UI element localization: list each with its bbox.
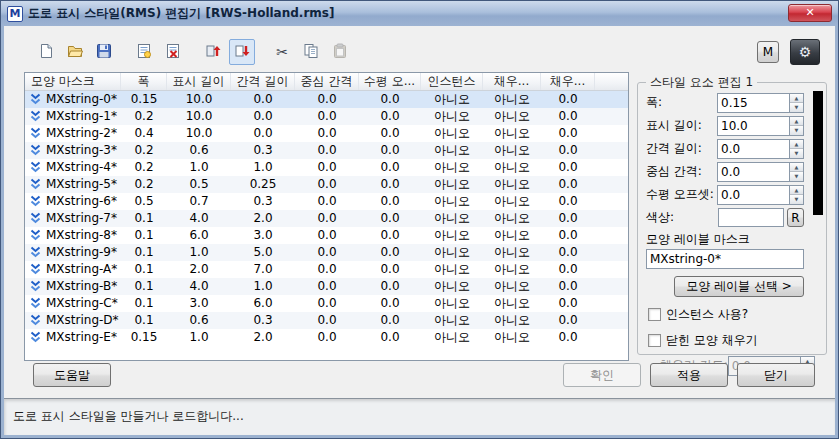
horizontal-offset-cell: 0.0: [359, 159, 421, 176]
blue-double-chevron-icon: [29, 297, 42, 310]
column-header[interactable]: 채우...: [483, 73, 541, 90]
ok-button[interactable]: 확인: [563, 363, 641, 387]
gap-length-cell: 0.3: [231, 193, 295, 210]
apply-button[interactable]: 적용: [650, 363, 728, 387]
column-header[interactable]: 인스턴스: [421, 73, 483, 90]
mask-text: MXstring-E*: [46, 329, 117, 346]
width-cell: 0.1: [121, 278, 167, 295]
add-style-icon: [136, 43, 152, 62]
table-row[interactable]: MXstring-A* 0.1 2.0 7.0 0.0 0.0 아니오 아니오 …: [25, 261, 628, 278]
window-title: 도로 표시 스타일(RMS) 편집기 [RWS-Holland.rms]: [28, 5, 334, 22]
filler-cell: [595, 312, 628, 329]
column-header[interactable]: 표시 길이: [167, 73, 231, 90]
spin-up-icon[interactable]: ▲: [790, 140, 803, 150]
spin-input[interactable]: [717, 93, 789, 113]
title-bar[interactable]: M 도로 표시 스타일(RMS) 편집기 [RWS-Holland.rms] ✕: [1, 1, 838, 26]
column-header[interactable]: 중심 간격: [295, 73, 359, 90]
edit-field-row: 수평 오프셋: ▲ ▼: [646, 185, 804, 204]
select-shape-label-button[interactable]: 모양 레이블 선택 >: [674, 276, 804, 297]
mask-text: MXstring-3*: [46, 142, 117, 159]
table-row[interactable]: MXstring-6* 0.5 0.7 0.3 0.0 0.0 아니오 아니오 …: [25, 193, 628, 210]
delete-style-button[interactable]: [160, 39, 186, 65]
blue-double-chevron-icon: [29, 93, 42, 106]
fill-angle-cell: 0.0: [541, 210, 595, 227]
style-export-button[interactable]: [229, 39, 255, 65]
width-cell: 0.1: [121, 210, 167, 227]
spin-up-icon[interactable]: ▲: [790, 94, 803, 104]
column-header[interactable]: 폭: [121, 73, 167, 90]
display-length-cell: 0.5: [167, 176, 231, 193]
blue-double-chevron-icon: [29, 144, 42, 157]
mask-text: MXstring-2*: [46, 125, 117, 142]
spin-down-icon[interactable]: ▼: [790, 126, 803, 135]
display-length-cell: 0.6: [167, 312, 231, 329]
instance-cell: 아니오: [421, 210, 483, 227]
add-style-button[interactable]: [131, 39, 157, 65]
instance-cell: 아니오: [421, 91, 483, 108]
color-input[interactable]: [718, 208, 784, 227]
table-row[interactable]: MXstring-1* 0.2 10.0 0.0 0.0 0.0 아니오 아니오…: [25, 108, 628, 125]
open-file-button[interactable]: [62, 39, 88, 65]
fill-angle-cell: 0.0: [541, 261, 595, 278]
cut-button[interactable]: ✂: [269, 39, 295, 65]
table-row[interactable]: MXstring-5* 0.2 0.5 0.25 0.0 0.0 아니오 아니오…: [25, 176, 628, 193]
fill-closed-shape-checkbox[interactable]: [648, 334, 661, 347]
style-element-edit-group: 스타일 요소 편집 1 폭: ▲ ▼ 표시 길이: ▲ ▼ 간격 길이: ▲ ▼: [637, 82, 827, 355]
center-gap-cell: 0.0: [295, 227, 359, 244]
spin-up-icon[interactable]: ▲: [790, 117, 803, 127]
column-header[interactable]: 간격 길이: [231, 73, 295, 90]
display-length-cell: 10.0: [167, 108, 231, 125]
gap-length-cell: 1.0: [231, 159, 295, 176]
table-row[interactable]: MXstring-0* 0.15 10.0 0.0 0.0 0.0 아니오 아니…: [25, 91, 628, 108]
spin-input[interactable]: [717, 185, 789, 205]
gap-length-cell: 7.0: [231, 261, 295, 278]
style-import-button[interactable]: [200, 39, 226, 65]
filler-cell: [595, 244, 628, 261]
style-preview-bar: [813, 91, 823, 215]
table-row[interactable]: MXstring-C* 0.1 3.0 6.0 0.0 0.0 아니오 아니오 …: [25, 295, 628, 312]
mask-text: MXstring-8*: [46, 227, 117, 244]
copy-button[interactable]: [298, 39, 324, 65]
column-header[interactable]: 수평 오...: [359, 73, 421, 90]
spin-up-icon[interactable]: ▲: [790, 186, 803, 196]
mask-cell: MXstring-5*: [25, 176, 121, 193]
close-window-button[interactable]: ✕: [788, 4, 832, 22]
spin-down-icon[interactable]: ▼: [790, 149, 803, 158]
table-row[interactable]: MXstring-3* 0.2 0.6 0.3 0.0 0.0 아니오 아니오 …: [25, 142, 628, 159]
spin-control: ▲ ▼: [717, 116, 804, 136]
spin-input[interactable]: [717, 162, 789, 182]
help-button[interactable]: 도움말: [33, 363, 111, 387]
spin-down-icon[interactable]: ▼: [790, 195, 803, 204]
settings-button[interactable]: ⚙: [790, 39, 820, 65]
table-row[interactable]: MXstring-E* 0.15 1.0 2.0 0.0 0.0 아니오 아니오…: [25, 329, 628, 346]
table-row[interactable]: MXstring-D* 0.1 0.6 0.3 0.0 0.0 아니오 아니오 …: [25, 312, 628, 329]
spin-down-icon[interactable]: ▼: [790, 103, 803, 112]
spin-up-icon[interactable]: ▲: [790, 163, 803, 173]
table-row[interactable]: MXstring-2* 0.4 10.0 0.0 0.0 0.0 아니오 아니오…: [25, 125, 628, 142]
close-button[interactable]: 닫기: [737, 363, 815, 387]
instance-checkbox[interactable]: [648, 308, 661, 321]
table-row[interactable]: MXstring-7* 0.1 4.0 2.0 0.0 0.0 아니오 아니오 …: [25, 210, 628, 227]
table-row[interactable]: MXstring-8* 0.1 6.0 3.0 0.0 0.0 아니오 아니오 …: [25, 227, 628, 244]
fill-angle-cell: 0.0: [541, 91, 595, 108]
edit-field-row: 중심 간격: ▲ ▼: [646, 162, 804, 181]
spin-input[interactable]: [717, 139, 789, 159]
new-file-button[interactable]: [33, 39, 59, 65]
instance-cell: 아니오: [421, 108, 483, 125]
column-header[interactable]: 채우...: [541, 73, 595, 90]
center-gap-cell: 0.0: [295, 244, 359, 261]
spin-input[interactable]: [717, 116, 789, 136]
spin-control: ▲ ▼: [717, 93, 804, 113]
paste-button[interactable]: [327, 39, 353, 65]
table-row[interactable]: MXstring-9* 0.1 1.0 5.0 0.0 0.0 아니오 아니오 …: [25, 244, 628, 261]
save-file-button[interactable]: [91, 39, 117, 65]
spin-down-icon[interactable]: ▼: [790, 172, 803, 181]
table-row[interactable]: MXstring-B* 0.1 4.0 1.0 0.0 0.0 아니오 아니오 …: [25, 278, 628, 295]
shape-label-mask-input[interactable]: [646, 249, 804, 269]
m-button[interactable]: M: [757, 41, 779, 63]
color-reset-button[interactable]: R: [787, 208, 804, 227]
column-header[interactable]: 모양 마스크: [25, 73, 121, 90]
table-row[interactable]: MXstring-4* 0.2 1.0 1.0 0.0 0.0 아니오 아니오 …: [25, 159, 628, 176]
gap-length-cell: 2.0: [231, 329, 295, 346]
spin-control: ▲ ▼: [717, 162, 804, 182]
